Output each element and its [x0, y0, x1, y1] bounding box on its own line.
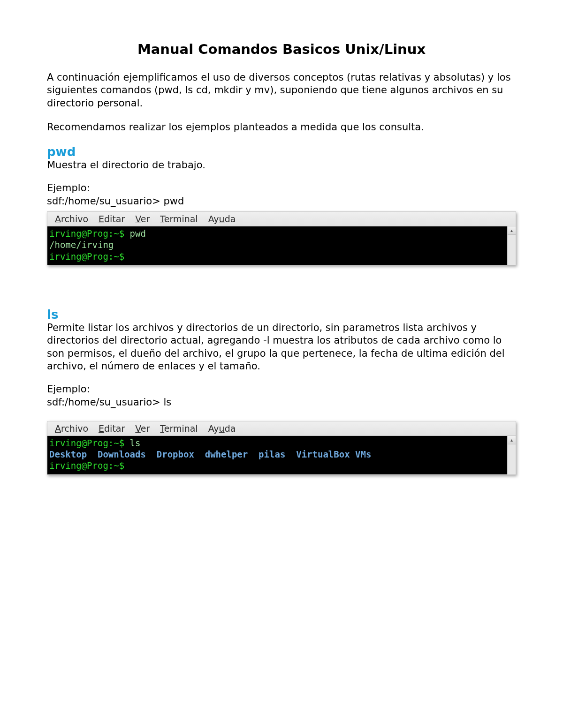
- menu-editar[interactable]: Editar: [99, 423, 125, 434]
- terminal-window-pwd: Archivo Editar Ver Terminal Ayuda irving…: [47, 211, 516, 265]
- menu-archivo[interactable]: Archivo: [55, 214, 88, 224]
- scroll-track[interactable]: [508, 235, 516, 265]
- section-desc-ls: Permite listar los archivos y directorio…: [47, 322, 516, 373]
- scroll-track[interactable]: [508, 444, 516, 474]
- menu-ayuda[interactable]: Ayuda: [208, 423, 236, 434]
- scroll-up-icon[interactable]: ▴: [508, 436, 516, 444]
- terminal-scrollbar[interactable]: ▴: [507, 436, 516, 474]
- menu-ver[interactable]: Ver: [135, 214, 150, 224]
- terminal-menubar: Archivo Editar Ver Terminal Ayuda: [47, 212, 516, 226]
- menu-editar[interactable]: Editar: [99, 214, 125, 224]
- example-label-pwd: Ejemplo:: [47, 182, 516, 195]
- terminal-body-pwd[interactable]: irving@Prog:~$ pwd /home/irving irving@P…: [47, 226, 507, 265]
- intro-paragraph-2: Recomendamos realizar los ejemplos plant…: [47, 121, 516, 134]
- menu-terminal[interactable]: Terminal: [160, 423, 198, 434]
- example-line-pwd: sdf:/home/su_usuario> pwd: [47, 195, 516, 208]
- example-label-ls: Ejemplo:: [47, 383, 516, 396]
- document-page: Manual Comandos Basicos Unix/Linux A con…: [0, 0, 563, 542]
- intro-paragraph-1: A continuación ejemplificamos el uso de …: [47, 71, 516, 110]
- menu-terminal[interactable]: Terminal: [160, 214, 198, 224]
- menu-ayuda[interactable]: Ayuda: [208, 214, 236, 224]
- terminal-window-ls: Archivo Editar Ver Terminal Ayuda irving…: [47, 421, 516, 475]
- terminal-menubar: Archivo Editar Ver Terminal Ayuda: [47, 421, 516, 436]
- menu-archivo[interactable]: Archivo: [55, 423, 88, 434]
- menu-ver[interactable]: Ver: [135, 423, 150, 434]
- section-desc-pwd: Muestra el directorio de trabajo.: [47, 159, 516, 172]
- section-heading-pwd: pwd: [47, 145, 516, 159]
- page-title: Manual Comandos Basicos Unix/Linux: [47, 41, 516, 57]
- scroll-up-icon[interactable]: ▴: [508, 226, 516, 235]
- terminal-scrollbar[interactable]: ▴: [507, 226, 516, 265]
- section-heading-ls: ls: [47, 308, 516, 322]
- example-line-ls: sdf:/home/su_usuario> ls: [47, 396, 516, 409]
- terminal-body-ls[interactable]: irving@Prog:~$ ls Desktop Downloads Drop…: [47, 436, 507, 474]
